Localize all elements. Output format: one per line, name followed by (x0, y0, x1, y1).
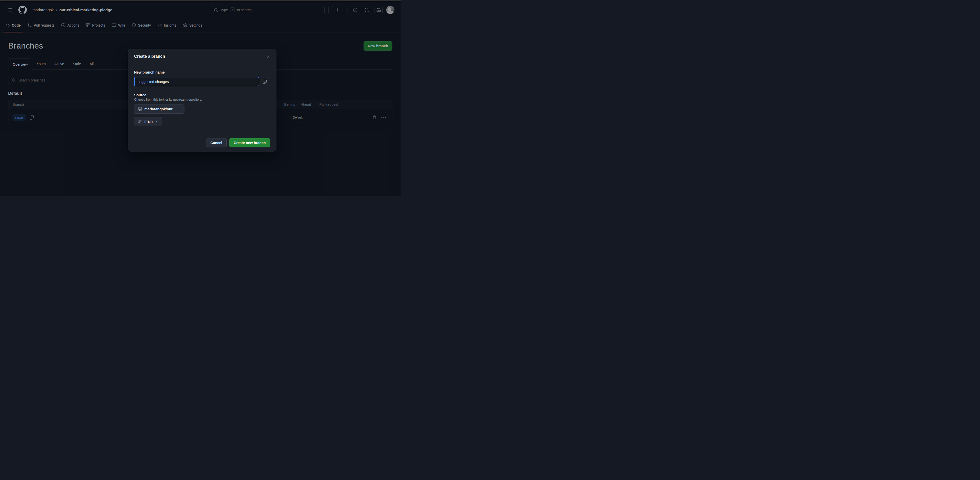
source-label: Source (134, 93, 270, 97)
source-branch-value: main (144, 119, 153, 123)
cancel-button[interactable]: Cancel (206, 138, 227, 148)
branch-name-input-group (134, 77, 270, 86)
branch-name-label: New branch name (134, 70, 270, 74)
triangle-down-icon (178, 108, 181, 111)
repo-icon (138, 107, 142, 111)
branch-name-input[interactable] (134, 77, 259, 86)
modal-title: Create a branch (134, 54, 165, 59)
modal-close-button[interactable] (264, 52, 272, 60)
triangle-down-icon (155, 120, 158, 123)
source-description: Choose from this fork or its upstream re… (134, 98, 270, 102)
window-top-strip (0, 0, 401, 1)
git-branch-icon (138, 119, 142, 123)
create-new-branch-button[interactable]: Create new branch (229, 138, 270, 148)
close-icon (266, 54, 270, 59)
create-branch-modal: Create a branch New branch name Source C… (128, 49, 277, 151)
source-repository-select[interactable]: mariarangok/our... (134, 105, 185, 114)
source-branch-select[interactable]: main (134, 117, 162, 126)
source-repository-value: mariarangok/our... (144, 107, 175, 111)
copy-icon (262, 80, 267, 84)
copy-branch-name-addon-button[interactable] (258, 77, 270, 86)
